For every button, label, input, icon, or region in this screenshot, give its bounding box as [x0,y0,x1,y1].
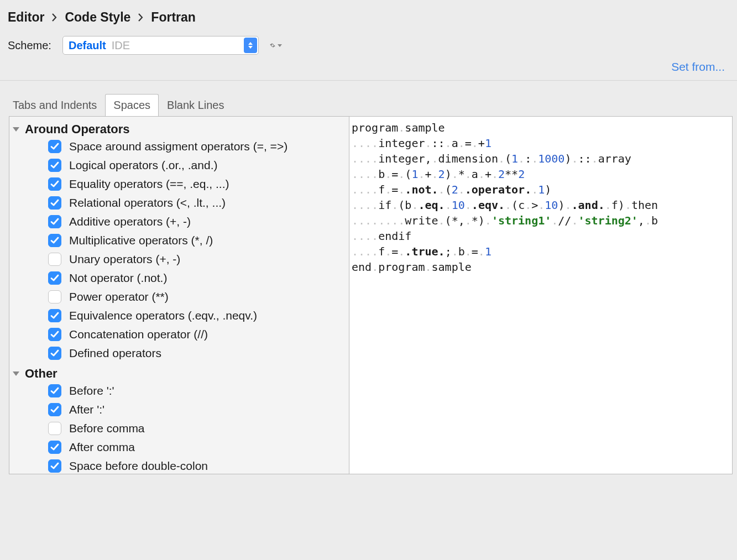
option-label: Before comma [69,422,145,435]
option-label: Not operator (.not.) [69,271,167,285]
option-row: Equality operators (==, .eq., ...) [48,177,349,191]
panes: Around OperatorsSpace around assigment o… [9,116,733,474]
option-label: Equality operators (==, .eq., ...) [69,177,229,191]
code-line: ....f.=..not..(2..operator..1) [352,182,730,197]
chevron-right-icon [138,13,143,22]
option-label: After ':' [69,403,104,416]
option-label: Multiplicative operators (*, /) [69,234,213,247]
tab-blank-lines[interactable]: Blank Lines [159,94,232,116]
option-label: Power operator (**) [69,290,169,303]
stepper-icon[interactable] [244,38,257,53]
checkbox[interactable] [48,328,61,341]
option-row: Multiplicative operators (*, /) [48,234,349,247]
group-header[interactable]: Around Operators [9,120,349,139]
option-row: Concatenation operator (//) [48,328,349,341]
breadcrumb-item[interactable]: Code Style [65,10,130,25]
gear-icon[interactable] [270,39,282,51]
scheme-select[interactable]: Default IDE [62,36,259,55]
checkbox[interactable] [48,422,61,435]
option-list: Space around assigment operators (=, =>)… [9,139,349,361]
breadcrumb-item[interactable]: Editor [8,10,44,25]
option-label: After comma [69,441,135,454]
option-row: Relational operators (<, .lt., ...) [48,196,349,210]
checkbox[interactable] [48,196,61,210]
option-label: Additive operators (+, -) [69,215,191,228]
checkbox[interactable] [48,159,61,172]
code-line: ....integer.::.a.=.+1 [352,135,730,151]
checkbox[interactable] [48,403,61,416]
code-line: ........write.(*,.*).'string1'.//.'strin… [352,213,730,228]
option-label: Space before double-colon [69,459,208,473]
tab-tabs-and-indents[interactable]: Tabs and Indents [4,94,105,116]
checkbox[interactable] [48,215,61,228]
option-row: Power operator (**) [48,290,349,303]
option-row: Before ':' [48,384,349,397]
code-preview: program.sample....integer.::.a.=.+1....i… [349,117,732,474]
breadcrumb-item[interactable]: Fortran [151,10,196,25]
option-row: After ':' [48,403,349,416]
setfrom-row: Set from... [0,59,737,81]
tab-strip: Tabs and IndentsSpacesBlank Lines Around… [0,81,737,474]
checkbox[interactable] [48,347,61,360]
option-row: Space around assigment operators (=, =>) [48,140,349,153]
code-line: ....b.=.(1.+.2).*.a.+.2**2 [352,166,730,182]
settings-root: Editor Code Style Fortran Scheme: Defaul… [0,0,737,560]
option-row: Additive operators (+, -) [48,215,349,228]
group-title: Other [25,367,58,381]
code-line: end.program.sample [352,259,730,275]
option-label: Equivalence operators (.eqv., .neqv.) [69,309,257,322]
code-line: ....endif [352,228,730,244]
option-row: Unary operators (+, -) [48,253,349,266]
checkbox[interactable] [48,140,61,153]
option-label: Relational operators (<, .lt., ...) [69,196,226,210]
checkbox[interactable] [48,177,61,191]
checkbox[interactable] [48,290,61,303]
tab-spaces[interactable]: Spaces [105,94,159,116]
checkbox[interactable] [48,253,61,266]
chevron-down-icon [278,44,282,47]
option-group: OtherBefore ':'After ':'Before commaAfte… [9,361,349,474]
option-list: Before ':'After ':'Before commaAfter com… [9,383,349,474]
option-label: Unary operators (+, -) [69,253,180,266]
checkbox[interactable] [48,441,61,454]
set-from-link[interactable]: Set from... [671,60,725,74]
breadcrumb: Editor Code Style Fortran [0,0,737,28]
code-line: ....integer,.dimension.(1.:.1000).::.arr… [352,151,730,166]
group-header[interactable]: Other [9,364,349,383]
options-pane: Around OperatorsSpace around assigment o… [9,117,349,474]
option-row: Defined operators [48,347,349,360]
option-label: Logical operators (.or., .and.) [69,159,217,172]
option-label: Before ':' [69,384,114,397]
option-label: Space around assigment operators (=, =>) [69,140,288,153]
option-group: Around OperatorsSpace around assigment o… [9,117,349,361]
option-row: Space before double-colon [48,459,349,473]
option-row: Equivalence operators (.eqv., .neqv.) [48,309,349,322]
option-label: Defined operators [69,347,161,360]
option-row: Not operator (.not.) [48,271,349,285]
option-row: Before comma [48,422,349,435]
code-line: program.sample [352,120,730,135]
option-label: Concatenation operator (//) [69,328,208,341]
collapse-triangle-icon [13,127,19,132]
checkbox[interactable] [48,271,61,285]
scheme-scope: IDE [112,39,130,52]
chevron-right-icon [52,13,57,22]
scheme-label: Scheme: [8,39,51,52]
code-line: ....if.(b..eq..10..eqv..(c.>.10)..and..f… [352,197,730,213]
option-row: Logical operators (.or., .and.) [48,159,349,172]
checkbox[interactable] [48,309,61,322]
checkbox[interactable] [48,459,61,473]
option-row: After comma [48,441,349,454]
code-line: ....f.=..true.;.b.=.1 [352,244,730,259]
collapse-triangle-icon [13,371,19,376]
group-title: Around Operators [25,122,129,137]
checkbox[interactable] [48,234,61,247]
scheme-row: Scheme: Default IDE [0,28,737,59]
checkbox[interactable] [48,384,61,397]
scheme-value: Default [69,39,106,52]
